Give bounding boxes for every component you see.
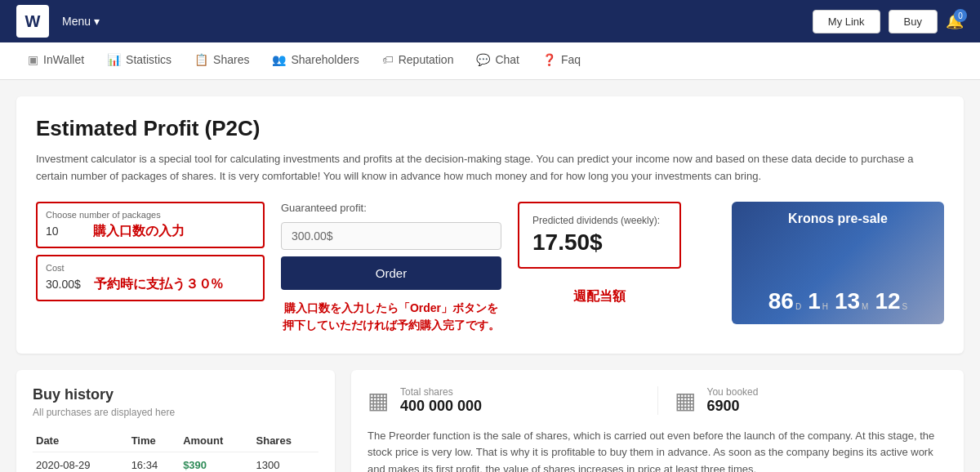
header: W Menu ▾ My Link Buy 🔔 0 <box>0 0 980 42</box>
you-booked-value: 6900 <box>707 398 759 415</box>
table-row: 2020-08-29 16:34 $390 1300 <box>33 452 318 472</box>
calc-middle: Guaranteed profit: Order 購入口数を入力したら「Orde… <box>281 202 501 334</box>
chat-icon: 💬 <box>476 53 490 66</box>
divider <box>657 386 658 415</box>
you-booked-info: You booked 6900 <box>707 386 759 415</box>
info-description: The Preorder function is the sale of sha… <box>368 428 947 472</box>
kronos-title: Kronos pre-sale <box>742 212 934 226</box>
weekly-annotation: 週配当額 <box>573 288 626 305</box>
calculator-area: Choose number of packages 購入口数の入力 Cost 3… <box>36 202 944 334</box>
total-shares-value: 400 000 000 <box>400 398 482 415</box>
predicted-label: Predicted dividends (weekly): <box>532 215 666 226</box>
seconds-label: S <box>902 302 908 311</box>
countdown: 86 D 1 H 13 M 12 S <box>742 288 934 314</box>
cost-group: Cost 30.00$ 予約時に支払う３０% <box>36 255 265 301</box>
info-panel: ▦ Total shares 400 000 000 ▦ You booked … <box>351 370 964 472</box>
packages-row: 購入口数の入力 <box>46 223 255 240</box>
reputation-icon: 🏷 <box>382 53 394 66</box>
nav-item-shareholders[interactable]: 👥 Shareholders <box>261 42 370 79</box>
nav-item-shares[interactable]: 📋 Shares <box>183 42 261 79</box>
buy-history-panel: Buy history All purchases are displayed … <box>16 370 335 472</box>
shareholders-icon: 👥 <box>272 53 286 66</box>
notification-badge: 0 <box>954 9 967 22</box>
predicted-value: 17.50$ <box>532 229 666 256</box>
col-amount: Amount <box>180 430 252 452</box>
total-shares-box: ▦ Total shares 400 000 000 <box>368 386 641 415</box>
col-time: Time <box>128 430 180 452</box>
total-shares-icon: ▦ <box>368 387 389 414</box>
nav-label-statistics: Statistics <box>126 53 172 66</box>
guaranteed-input[interactable] <box>281 222 501 250</box>
guaranteed-label: Guaranteed profit: <box>281 202 501 214</box>
nav-label-shares: Shares <box>213 53 249 66</box>
logo: W <box>16 5 49 38</box>
menu-button[interactable]: Menu ▾ <box>62 15 100 28</box>
col-shares: Shares <box>253 430 318 452</box>
minutes-count: 13 <box>835 288 860 314</box>
shares-row: ▦ Total shares 400 000 000 ▦ You booked … <box>368 386 947 415</box>
nav-item-chat[interactable]: 💬 Chat <box>465 42 531 79</box>
row-shares: 1300 <box>253 452 318 472</box>
row-date: 2020-08-29 <box>33 452 128 472</box>
nav: ▣ InWallet 📊 Statistics 📋 Shares 👥 Share… <box>0 42 980 80</box>
order-button[interactable]: Order <box>281 256 501 290</box>
row-amount: $390 <box>180 452 252 472</box>
predicted-section: Predicted dividends (weekly): 17.50$ 週配当… <box>518 202 681 305</box>
cost-value: 30.00$ <box>46 278 81 291</box>
calc-inputs-left: Choose number of packages 購入口数の入力 Cost 3… <box>36 202 265 308</box>
nav-item-faq[interactable]: ❓ Faq <box>531 42 592 79</box>
bottom-grid: Buy history All purchases are displayed … <box>16 370 964 472</box>
shares-icon: 📋 <box>194 53 208 66</box>
you-booked-label: You booked <box>707 386 759 398</box>
page-description: Investment calculator is a special tool … <box>36 151 944 185</box>
predicted-box: Predicted dividends (weekly): 17.50$ <box>518 202 681 269</box>
kronos-box: Kronos pre-sale 86 D 1 H 13 M 12 S <box>732 202 944 324</box>
menu-label: Menu <box>62 15 91 28</box>
packages-label: Choose number of packages <box>46 210 255 220</box>
profit-card: Estimated Profit (P2C) Investment calcul… <box>16 96 964 354</box>
kronos-background: Kronos pre-sale 86 D 1 H 13 M 12 S <box>732 202 944 324</box>
header-right: My Link Buy 🔔 0 <box>813 10 964 33</box>
notification-button[interactable]: 🔔 0 <box>946 12 964 30</box>
nav-item-statistics[interactable]: 📊 Statistics <box>96 42 183 79</box>
nav-label-chat: Chat <box>495 53 519 66</box>
nav-label-inwallet: InWallet <box>43 53 84 66</box>
hours-count: 1 <box>808 288 821 314</box>
buy-history-subtitle: All purchases are displayed here <box>33 407 318 418</box>
cost-row: 30.00$ 予約時に支払う３０% <box>46 276 255 293</box>
seconds-count: 12 <box>875 288 900 314</box>
page-title: Estimated Profit (P2C) <box>36 116 944 141</box>
faq-icon: ❓ <box>542 53 556 66</box>
buy-history-title: Buy history <box>33 386 318 403</box>
total-shares-info: Total shares 400 000 000 <box>400 386 482 415</box>
nav-item-inwallet[interactable]: ▣ InWallet <box>16 42 96 79</box>
nav-item-reputation[interactable]: 🏷 Reputation <box>371 42 466 79</box>
inwallet-icon: ▣ <box>28 53 38 66</box>
buy-button[interactable]: Buy <box>889 10 938 33</box>
my-link-button[interactable]: My Link <box>813 10 880 33</box>
you-booked-icon: ▦ <box>675 387 696 414</box>
nav-label-shareholders: Shareholders <box>291 53 359 66</box>
days-label: D <box>795 302 801 311</box>
order-annotation: 購入口数を入力したら「Order」ボタンを 押下していただければ予約購入完了です… <box>281 300 501 334</box>
minutes-label: M <box>862 302 868 311</box>
cost-label: Cost <box>46 263 255 273</box>
main-content: Estimated Profit (P2C) Investment calcul… <box>0 80 980 472</box>
cost-annotation: 予約時に支払う３０% <box>94 276 223 293</box>
packages-group: Choose number of packages 購入口数の入力 <box>36 202 265 248</box>
chevron-down-icon: ▾ <box>94 15 100 28</box>
packages-input[interactable] <box>46 225 87 238</box>
nav-label-reputation: Reputation <box>399 53 454 66</box>
hours-label: H <box>822 302 828 311</box>
row-time: 16:34 <box>128 452 180 472</box>
statistics-icon: 📊 <box>107 53 121 66</box>
nav-label-faq: Faq <box>561 53 581 66</box>
days-count: 86 <box>768 288 794 314</box>
col-date: Date <box>33 430 128 452</box>
packages-annotation: 購入口数の入力 <box>93 223 185 240</box>
you-booked-box: ▦ You booked 6900 <box>675 386 948 415</box>
total-shares-label: Total shares <box>400 386 482 398</box>
buy-history-table: Date Time Amount Shares 2020-08-29 16:34… <box>33 430 318 472</box>
